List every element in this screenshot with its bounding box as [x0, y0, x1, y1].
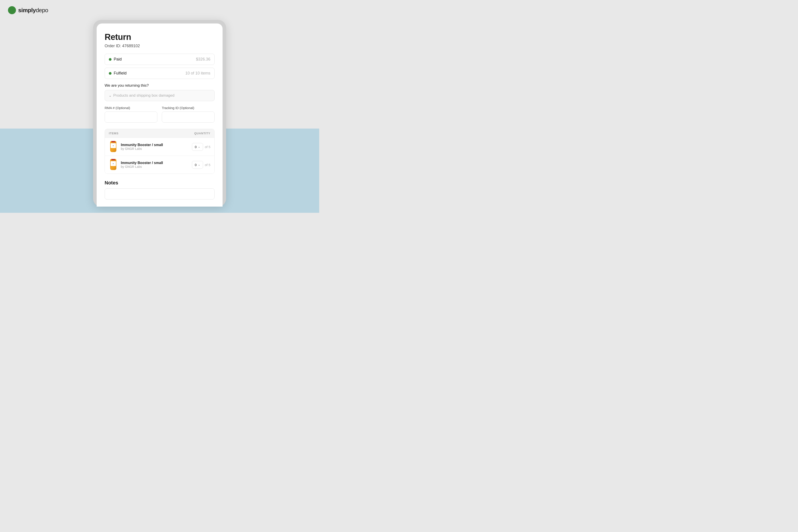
notes-section: Notes [104, 180, 214, 200]
notes-title: Notes [104, 180, 214, 186]
quantity-control: 0 ⌄ of 5 [192, 161, 210, 169]
return-reason-selected: Products and shipping box damaged [113, 93, 174, 98]
return-reason-dropdown[interactable]: ⌄ Products and shipping box damaged [104, 90, 214, 101]
quantity-control: 0 ⌄ of 5 [192, 143, 210, 151]
order-id: Order ID: 47689102 [104, 44, 214, 48]
items-table: ITEMS QUANTITY IB [104, 129, 214, 174]
item-name: Immunity Booster / small [121, 143, 163, 147]
items-col-header: ITEMS [109, 132, 119, 135]
fields-row: RMA # (Optional) Tracking ID (Optional) [104, 106, 214, 122]
qty-chevron-icon: ⌄ [198, 145, 200, 148]
qty-value: 0 [195, 163, 197, 167]
logo-dot [8, 6, 16, 14]
item-left: IB Immunity Booster / small by GNGR Labs [109, 159, 163, 170]
bottle-label-text: IB [113, 145, 114, 146]
tracking-label: Tracking ID (Optional) [162, 106, 214, 110]
bottle-shape: IB [110, 141, 116, 152]
return-reason-label: We are you returning this? [104, 83, 214, 88]
items-table-header: ITEMS QUANTITY [105, 129, 214, 138]
qty-value: 0 [195, 145, 197, 149]
item-info: Immunity Booster / small by GNGR Labs [121, 143, 163, 151]
dropdown-chevron-icon: ⌄ [109, 94, 112, 97]
logo-light: depo [36, 7, 48, 14]
paid-dot [109, 58, 112, 61]
table-row: IB Immunity Booster / small by GNGR Labs… [105, 156, 214, 174]
bottle-cap [112, 159, 115, 160]
item-brand: by GNGR Labs [121, 147, 163, 151]
qty-of: of 5 [205, 163, 210, 167]
tracking-field-group: Tracking ID (Optional) [162, 106, 214, 122]
item-brand: by GNGR Labs [121, 165, 163, 169]
bottle-cap [112, 141, 115, 142]
qty-dropdown[interactable]: 0 ⌄ [192, 161, 203, 169]
item-info: Immunity Booster / small by GNGR Labs [121, 161, 163, 169]
item-left: IB Immunity Booster / small by GNGR Labs [109, 141, 163, 152]
notes-input[interactable] [104, 188, 214, 200]
bottle-label: IB [111, 161, 116, 166]
page-title: Return [104, 32, 214, 42]
logo-text: simplydepo [18, 7, 48, 14]
fulfield-label: Fulfield [114, 71, 127, 76]
paid-status-left: Paid [109, 57, 122, 62]
quantity-col-header: QUANTITY [194, 132, 210, 135]
tracking-input[interactable] [162, 112, 214, 122]
logo-bold: simply [18, 7, 36, 14]
fulfield-value: 10 of 10 items [185, 71, 210, 76]
bottle-label: IB [111, 143, 116, 148]
logo: simplydepo [8, 6, 48, 14]
item-name: Immunity Booster / small [121, 161, 163, 165]
fulfield-status-row: Fulfield 10 of 10 items [104, 68, 214, 79]
qty-dropdown[interactable]: 0 ⌄ [192, 143, 203, 151]
device-frame: Return Order ID: 47689102 Paid $326.36 F… [93, 20, 226, 207]
product-image: IB [109, 159, 118, 170]
product-image: IB [109, 141, 118, 152]
table-row: IB Immunity Booster / small by GNGR Labs… [105, 138, 214, 156]
bottle-shape: IB [110, 159, 116, 170]
rma-label: RMA # (Optional) [104, 106, 157, 110]
fulfield-status-left: Fulfield [109, 71, 127, 76]
paid-label: Paid [114, 57, 122, 62]
return-card: Return Order ID: 47689102 Paid $326.36 F… [97, 23, 223, 207]
qty-of: of 5 [205, 145, 210, 149]
rma-field-group: RMA # (Optional) [104, 106, 157, 122]
rma-input[interactable] [104, 112, 157, 122]
paid-status-row: Paid $326.36 [104, 54, 214, 65]
paid-value: $326.36 [196, 57, 210, 62]
bottle-label-text: IB [113, 163, 114, 164]
fulfield-dot [109, 72, 112, 75]
card-wrapper: Return Order ID: 47689102 Paid $326.36 F… [93, 20, 226, 207]
qty-chevron-icon: ⌄ [198, 163, 200, 166]
